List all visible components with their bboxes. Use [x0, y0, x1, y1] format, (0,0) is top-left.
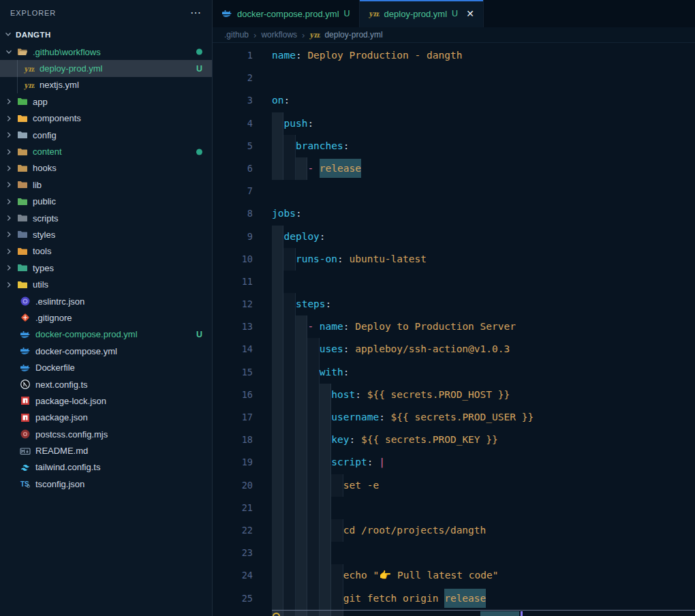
- tree-item-scripts[interactable]: scripts: [0, 210, 212, 226]
- chevron-right-icon[interactable]: [4, 164, 16, 173]
- tree-item-hooks[interactable]: hooks: [0, 160, 212, 176]
- line-number-13[interactable]: 13: [213, 315, 272, 338]
- workspace-root-row[interactable]: DANGTH: [0, 26, 212, 44]
- close-tab-icon[interactable]: ✕: [466, 8, 474, 19]
- tab-deploy-prod-yml[interactable]: ymdeploy-prod.ymlU✕: [360, 0, 484, 27]
- code-line-content[interactable]: steps:: [272, 293, 695, 315]
- code-line-content[interactable]: [272, 180, 695, 202]
- line-number-6[interactable]: 6: [213, 157, 272, 180]
- line-number-5[interactable]: 5: [213, 135, 272, 157]
- tree-item-nextjs-yml[interactable]: ymnextjs.yml: [0, 77, 212, 93]
- code-line-content[interactable]: cd /root/projects/dangth: [272, 519, 695, 542]
- chevron-right-icon[interactable]: [4, 197, 16, 206]
- code-line-content[interactable]: uses: appleboy/ssh-action@v1.0.3: [272, 338, 695, 360]
- code-line-content[interactable]: - release: [272, 157, 695, 180]
- line-number-3[interactable]: 3: [213, 89, 272, 112]
- line-number-11[interactable]: 11: [213, 271, 272, 293]
- chevron-right-icon[interactable]: [4, 247, 16, 256]
- tree-item--eslintrc-json[interactable]: .eslintrc.json: [0, 293, 212, 309]
- chevron-right-icon[interactable]: [4, 213, 16, 223]
- tree-item-tools[interactable]: tools: [0, 243, 212, 260]
- chevron-right-icon[interactable]: [4, 147, 16, 157]
- code-line-content[interactable]: [272, 271, 695, 293]
- line-number-4[interactable]: 4: [213, 112, 272, 135]
- code-line-content[interactable]: [272, 610, 695, 616]
- chevron-right-icon[interactable]: [4, 263, 16, 273]
- breadcrumb-segment-github[interactable]: .github: [224, 30, 249, 40]
- chevron-right-icon[interactable]: [4, 130, 16, 140]
- line-number-26[interactable]: 26: [213, 610, 272, 616]
- code-line-content[interactable]: runs-on: ubuntu-latest: [272, 248, 695, 271]
- tree-item-package-json[interactable]: package.json: [0, 410, 212, 426]
- line-number-17[interactable]: 17: [213, 406, 272, 429]
- line-number-19[interactable]: 19: [213, 451, 272, 474]
- code-line-content[interactable]: branches:: [272, 135, 695, 157]
- tree-item-postcss-config-mjs[interactable]: postcss.config.mjs: [0, 426, 212, 442]
- tree-item-next-config-ts[interactable]: next.config.ts: [0, 376, 212, 392]
- line-number-1[interactable]: 1: [213, 44, 272, 67]
- code-line-content[interactable]: - name: Deploy to Production Server: [272, 315, 695, 338]
- line-number-18[interactable]: 18: [213, 429, 272, 451]
- line-number-12[interactable]: 12: [213, 293, 272, 315]
- line-number-14[interactable]: 14: [213, 338, 272, 360]
- tree-item-components[interactable]: components: [0, 110, 212, 127]
- tree-item-docker-compose-yml[interactable]: docker-compose.yml: [0, 343, 212, 359]
- tree-item-tailwind-config-ts[interactable]: tailwind.config.ts: [0, 459, 212, 476]
- tree-item--github-workflows[interactable]: .github\workflows: [0, 44, 212, 60]
- line-number-2[interactable]: 2: [213, 67, 272, 89]
- tree-item-styles[interactable]: styles: [0, 226, 212, 243]
- tree-item-lib[interactable]: lib: [0, 176, 212, 193]
- code-line-content[interactable]: jobs:: [272, 202, 695, 225]
- breadcrumb-file[interactable]: ymdeploy-prod.yml: [309, 29, 382, 40]
- line-number-24[interactable]: 24: [213, 564, 272, 587]
- tree-item-dockerfile[interactable]: Dockerfile: [0, 359, 212, 375]
- chevron-right-icon[interactable]: [4, 114, 16, 123]
- code-line-content[interactable]: with:: [272, 361, 695, 384]
- line-number-7[interactable]: 7: [213, 180, 272, 202]
- tree-item-content[interactable]: content: [0, 143, 212, 159]
- line-number-16[interactable]: 16: [213, 384, 272, 406]
- line-number-23[interactable]: 23: [213, 542, 272, 564]
- line-number-20[interactable]: 20: [213, 474, 272, 497]
- code-line-content[interactable]: key: ${{ secrets.PROD_KEY }}: [272, 429, 695, 451]
- line-number-15[interactable]: 15: [213, 361, 272, 384]
- breadcrumb-segment-workflows[interactable]: workflows: [261, 30, 297, 40]
- chevron-right-icon[interactable]: [4, 280, 16, 290]
- tree-item-package-lock-json[interactable]: package-lock.json: [0, 392, 212, 409]
- code-line-content[interactable]: script: |: [272, 451, 695, 474]
- code-line-content[interactable]: echo "👉 Pull latest code": [272, 564, 695, 587]
- code-line-content[interactable]: set -e: [272, 474, 695, 497]
- chevron-right-icon[interactable]: [4, 230, 16, 239]
- code-line-content[interactable]: [272, 497, 695, 519]
- code-line-content[interactable]: [272, 67, 695, 89]
- line-number-25[interactable]: 25: [213, 587, 272, 610]
- more-actions-icon[interactable]: ⋯: [190, 10, 202, 16]
- code-line-content[interactable]: deploy:: [272, 226, 695, 248]
- tree-item-utils[interactable]: utils: [0, 276, 212, 292]
- tree-item--gitignore[interactable]: .gitignore: [0, 309, 212, 326]
- chevron-right-icon[interactable]: [4, 97, 16, 106]
- code-line-content[interactable]: username: ${{ secrets.PROD_USER }}: [272, 406, 695, 429]
- tree-item-readme-md[interactable]: README.md: [0, 442, 212, 459]
- tree-item-config[interactable]: config: [0, 127, 212, 143]
- line-number-22[interactable]: 22: [213, 519, 272, 542]
- line-number-8[interactable]: 8: [213, 202, 272, 225]
- chevron-down-icon[interactable]: [4, 47, 16, 57]
- tree-item-public[interactable]: public: [0, 194, 212, 210]
- tree-item-app[interactable]: app: [0, 93, 212, 110]
- chevron-right-icon[interactable]: [4, 180, 16, 189]
- tab-docker-compose-prod-yml[interactable]: docker-compose.prod.ymlU: [213, 0, 360, 27]
- code-line-content[interactable]: [272, 542, 695, 564]
- tree-item-deploy-prod-yml[interactable]: ymdeploy-prod.ymlU: [0, 60, 212, 76]
- code-line-content[interactable]: host: ${{ secrets.PROD_HOST }}: [272, 384, 695, 406]
- line-number-9[interactable]: 9: [213, 226, 272, 248]
- code-line-content[interactable]: on:: [272, 89, 695, 112]
- tree-item-types[interactable]: types: [0, 260, 212, 276]
- code-line-content[interactable]: name: Deploy Production - dangth: [272, 44, 695, 67]
- tree-item-docker-compose-prod-yml[interactable]: docker-compose.prod.ymlU: [0, 326, 212, 343]
- tree-item-tsconfig-json[interactable]: TStsconfig.json: [0, 476, 212, 492]
- line-number-21[interactable]: 21: [213, 497, 272, 519]
- code-line-content[interactable]: push:: [272, 112, 695, 135]
- code-line-content[interactable]: git fetch origin release: [272, 587, 695, 610]
- line-number-10[interactable]: 10: [213, 248, 272, 271]
